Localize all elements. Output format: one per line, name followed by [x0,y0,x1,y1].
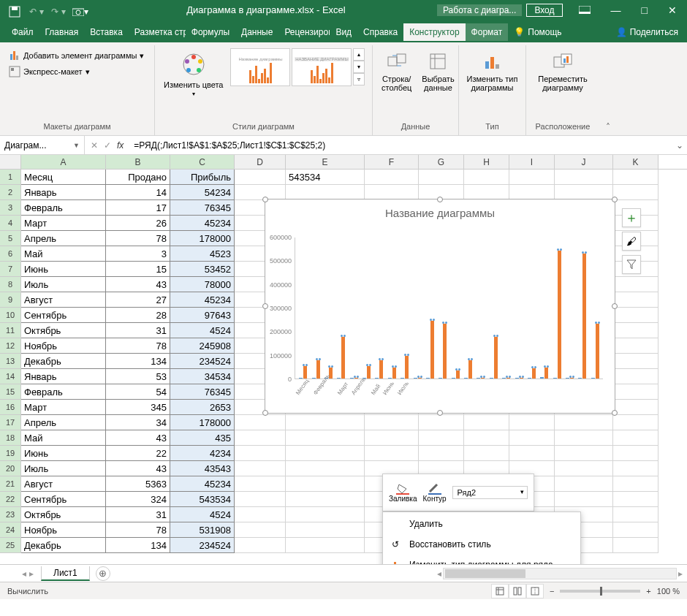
cell[interactable] [286,538,365,553]
cell[interactable]: Август [21,292,106,308]
row-header[interactable]: 16 [0,400,21,415]
cell[interactable]: 15 [106,262,170,277]
cell[interactable]: 45234 [170,292,235,308]
column-header[interactable]: C [170,155,235,169]
row-header[interactable]: 6 [0,246,21,262]
cell[interactable]: 53 [106,369,170,384]
horizontal-scrollbar[interactable] [443,568,677,579]
row-header[interactable]: 23 [0,507,21,522]
cell[interactable]: 34 [106,415,170,430]
cell[interactable] [365,415,419,430]
chart-title[interactable]: Название диаграммы [265,199,615,224]
cell[interactable]: 14 [106,185,170,200]
cell[interactable]: Июнь [21,262,106,277]
cell[interactable] [509,185,555,200]
column-header[interactable]: D [235,155,286,169]
tab-help[interactable]: Справка [357,23,403,41]
cell[interactable]: 31 [106,507,170,522]
cell[interactable]: 53452 [170,262,235,277]
ribbon-options-icon[interactable] [569,0,601,20]
cell[interactable]: 43543 [170,461,235,476]
row-header[interactable]: 12 [0,338,21,354]
cell[interactable]: Ноябрь [21,338,106,354]
sheet-tab-1[interactable]: Лист1 [41,566,90,581]
cell[interactable] [613,492,658,507]
view-normal-icon[interactable] [491,584,509,598]
column-header[interactable]: F [365,155,419,169]
cell[interactable]: 245908 [170,338,235,354]
cell[interactable]: 543534 [170,492,235,507]
cell[interactable]: 4234 [170,446,235,461]
cell[interactable]: Февраль [21,384,106,400]
outline-button[interactable]: Контур [423,483,447,503]
row-header[interactable]: 24 [0,522,21,538]
change-colors-button[interactable]: Изменить цвета▾ [161,48,226,99]
cell[interactable]: 54 [106,384,170,400]
add-chart-element-button[interactable]: Добавить элемент диаграммы ▾ [6,48,147,63]
minimize-icon[interactable]: — [601,0,631,20]
view-pagebreak-icon[interactable] [526,584,544,598]
cell[interactable] [613,538,658,553]
tab-formulas[interactable]: Формулы [186,23,235,41]
cell[interactable] [235,522,286,538]
cell[interactable] [509,430,555,446]
cell[interactable] [419,446,464,461]
row-header[interactable]: 25 [0,538,21,553]
column-header[interactable]: B [106,155,170,169]
maximize-icon[interactable]: □ [631,0,658,20]
change-chart-type-button[interactable]: Изменить тип диаграммы [464,48,521,94]
cell[interactable]: 17 [106,200,170,216]
cell[interactable] [235,415,286,430]
ctx-reset-style[interactable]: ↺Восстановить стиль [383,534,580,555]
camera-icon[interactable]: ▾ [70,3,91,20]
cell[interactable] [419,415,464,430]
cell[interactable]: Декабрь [21,538,106,553]
cell[interactable] [235,430,286,446]
chart-plot-area[interactable] [295,237,603,379]
cell[interactable] [235,185,286,200]
cell[interactable] [286,461,365,476]
row-header[interactable]: 1 [0,170,21,185]
row-header[interactable]: 17 [0,415,21,430]
cell[interactable] [509,170,555,185]
cell[interactable]: Март [21,216,106,231]
quick-layout-button[interactable]: Экспресс-макет ▾ [6,64,93,79]
cell[interactable] [464,446,509,461]
cell[interactable] [464,170,509,185]
column-header[interactable]: K [613,155,658,169]
cell[interactable]: 5363 [106,476,170,492]
row-header[interactable]: 20 [0,461,21,476]
cell[interactable] [555,170,613,185]
cell[interactable]: 27 [106,292,170,308]
chart-plus-icon[interactable]: ＋ [622,208,641,227]
cell[interactable]: 31 [106,323,170,338]
share-button[interactable]: 👤Поделиться [610,23,687,41]
cell[interactable]: 4524 [170,323,235,338]
tab-format[interactable]: Формат [466,23,509,41]
cell[interactable] [365,446,419,461]
tab-review[interactable]: Рецензиров [278,23,330,41]
cell[interactable]: 78 [106,231,170,246]
switch-row-col-button[interactable]: Строка/ столбец [379,48,414,94]
column-header[interactable]: E [286,155,365,169]
row-header[interactable]: 19 [0,446,21,461]
chart-brush-icon[interactable]: 🖌 [622,232,641,251]
move-chart-button[interactable]: Переместить диаграмму [535,48,590,94]
row-header[interactable]: 13 [0,354,21,369]
cell[interactable]: 234524 [170,354,235,369]
cell[interactable]: 134 [106,354,170,369]
cell[interactable] [555,185,613,200]
cell[interactable] [613,507,658,522]
collapse-ribbon-icon[interactable]: ˄ [599,45,617,135]
row-header[interactable]: 2 [0,185,21,200]
cell[interactable]: 324 [106,492,170,507]
cell[interactable]: Октябрь [21,507,106,522]
cell[interactable] [419,170,464,185]
cell[interactable] [613,430,658,446]
undo-icon[interactable]: ↶ ▾ [26,3,47,20]
row-header[interactable]: 14 [0,369,21,384]
cell[interactable] [613,354,658,369]
tab-insert[interactable]: Вставка [84,23,129,41]
view-pagelayout-icon[interactable] [509,584,526,598]
tab-tellme[interactable]: 💡Помощь [508,23,567,41]
